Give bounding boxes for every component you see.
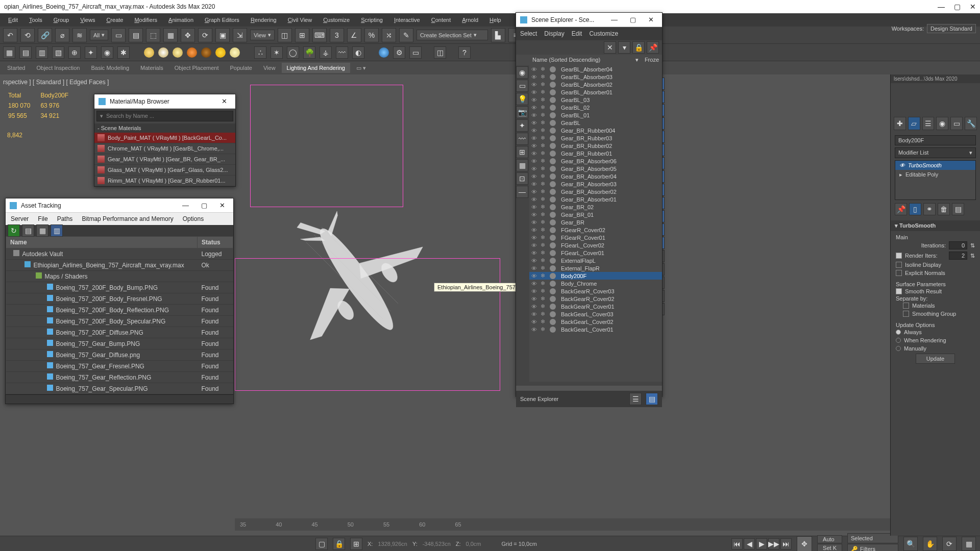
scene-object-row[interactable]: 👁❄GearBL_Absorber03 [529, 73, 662, 81]
tab-object-inspection[interactable]: Object Inspection [31, 63, 85, 73]
sep-materials-checkbox[interactable] [903, 303, 909, 309]
freeze-icon[interactable]: ❄ [541, 81, 548, 88]
filter-icon[interactable]: ⊡ [516, 172, 528, 185]
scene-object-row[interactable]: 👁❄Gear_BR_Absorber03 [529, 180, 662, 188]
visibility-icon[interactable]: 👁 [531, 173, 538, 180]
list-view-icon[interactable]: ▦ [36, 224, 48, 237]
tab-materials[interactable]: Materials [135, 63, 168, 73]
freeze-icon[interactable]: ❄ [541, 96, 548, 103]
menu-create[interactable]: Create [101, 15, 128, 25]
freeze-icon[interactable]: ❄ [541, 265, 548, 271]
clear-search-icon[interactable]: ✕ [604, 41, 616, 54]
select-by-name-icon[interactable]: ▤ [129, 28, 143, 42]
visibility-icon[interactable]: 👁 [531, 212, 538, 218]
asset-row[interactable]: Boeing_757_200F_Body_Bump.PNGFound [6, 282, 233, 293]
named-selection[interactable]: Create Selection Set ▾ [416, 30, 488, 40]
tab-populate[interactable]: Populate [225, 63, 257, 73]
make-unique-icon[interactable]: ⚭ [923, 203, 936, 215]
scene-object-row[interactable]: 👁❄GearBL_Absorber01 [529, 88, 662, 96]
snap-toggle-icon[interactable]: 3 [330, 28, 344, 42]
scene-object-row[interactable]: 👁❄Body200F [529, 272, 662, 280]
tab-object-placement[interactable]: Object Placement [169, 63, 224, 73]
visibility-icon[interactable]: 👁 [531, 258, 538, 264]
tool-icon[interactable]: ▥ [36, 46, 48, 59]
visibility-icon[interactable]: 👁 [531, 242, 538, 248]
manip-icon[interactable]: ⊞ [295, 28, 309, 42]
modify-tab-icon[interactable]: ▱ [908, 117, 920, 130]
at-menu-file[interactable]: File [38, 215, 47, 222]
orbit-icon[interactable]: ⟳ [942, 537, 957, 551]
menu-modifiers[interactable]: Modifiers [129, 15, 162, 25]
pivot-icon[interactable]: ◫ [278, 28, 292, 42]
material-row[interactable]: Body_Paint_MAT ( VRayMtl ) [BackGearL_Co… [94, 133, 235, 143]
visibility-icon[interactable]: 👁 [531, 327, 538, 333]
at-menu-options[interactable]: Options [183, 215, 204, 222]
at-menu-server[interactable]: Server [11, 215, 29, 222]
freeze-icon[interactable]: ❄ [541, 66, 548, 72]
mirror-icon[interactable]: ▙ [491, 28, 505, 42]
rotate-icon[interactable]: ⟳ [198, 28, 212, 42]
freeze-icon[interactable]: ❄ [541, 142, 548, 149]
tool-icon[interactable]: ▧ [52, 46, 64, 59]
asset-row[interactable]: Boeing_757_Gear_Specular.PNGFound [6, 383, 233, 394]
visibility-icon[interactable]: 👁 [531, 227, 538, 233]
asset-row[interactable]: Boeing_757_Gear_Bump.PNGFound [6, 338, 233, 349]
asset-row[interactable]: Boeing_757_Gear_Fresnel.PNGFound [6, 361, 233, 372]
freeze-icon[interactable]: ❄ [541, 311, 548, 317]
scene-object-row[interactable]: 👁❄FGearR_Cover01 [529, 234, 662, 241]
tool-icon[interactable]: ✱ [117, 46, 130, 59]
maximize-vp-icon[interactable]: ▦ [962, 537, 976, 551]
particle-icon[interactable]: ◯ [287, 46, 299, 59]
freeze-icon[interactable]: ❄ [541, 272, 548, 279]
object-name-field[interactable]: Body200F [895, 135, 976, 145]
asset-row[interactable]: Boeing_757_200F_Body_Specular.PNGFound [6, 316, 233, 327]
at-menu-bitmap-performance-and-memory[interactable]: Bitmap Performance and Memory [82, 215, 173, 222]
goto-end-icon[interactable]: ⏭ [780, 538, 792, 549]
rollout-header[interactable]: ▾ TurboSmooth [891, 220, 980, 231]
update-render-radio[interactable] [896, 338, 901, 343]
goto-start-icon[interactable]: ⏮ [731, 538, 743, 549]
grass-icon[interactable]: ⚶ [320, 46, 332, 59]
workspace-value[interactable]: Design Standard [927, 24, 976, 33]
selection-filter[interactable]: All ▾ [90, 30, 108, 40]
filter-icon[interactable]: 〰 [516, 133, 528, 145]
timeline[interactable]: 35404550556065 [235, 518, 980, 531]
create-tab-icon[interactable]: ✚ [894, 117, 906, 130]
close-icon[interactable]: ✕ [215, 202, 229, 209]
scene-object-row[interactable]: 👁❄GearBL_03 [529, 96, 662, 104]
placement-icon[interactable]: ⇲ [233, 28, 247, 42]
menu-scripting[interactable]: Scripting [356, 15, 388, 25]
menu-views[interactable]: Views [75, 15, 100, 25]
asset-table[interactable]: Name Status Autodesk VaultLoggedEthiopia… [6, 236, 233, 394]
visibility-icon[interactable]: 👁 [531, 66, 538, 72]
remove-modifier-icon[interactable]: 🗑 [938, 203, 950, 215]
menu-group[interactable]: Group [48, 15, 75, 25]
maximize-icon[interactable]: ▢ [954, 3, 961, 11]
menu-graph-editors[interactable]: Graph Editors [200, 15, 244, 25]
filter-icon[interactable]: — [516, 186, 528, 198]
freeze-icon[interactable]: ❄ [541, 127, 548, 134]
visibility-icon[interactable]: 👁 [531, 296, 538, 302]
spinner-arrows-icon[interactable]: ⇅ [970, 242, 975, 249]
key-filters-button[interactable]: 🔑 Filters [847, 544, 898, 552]
coord-y[interactable]: -348,523cn [423, 541, 451, 547]
modifier-row[interactable]: ▸ Editable Poly [895, 170, 975, 180]
material-group-header[interactable]: - Scene Materials [94, 123, 235, 133]
isolate-icon[interactable]: ▢ [315, 538, 328, 550]
sep-smoothing-checkbox[interactable] [903, 311, 909, 317]
auto-key-button[interactable]: Auto [817, 535, 842, 543]
visibility-icon[interactable]: 👁 [531, 128, 538, 134]
light-orb-icon[interactable] [230, 47, 240, 58]
scene-object-row[interactable]: 👁❄FGearR_Cover02 [529, 226, 662, 234]
visibility-icon[interactable]: 👁 [531, 105, 538, 111]
se-menu-select[interactable]: Select [520, 30, 537, 37]
visibility-icon[interactable]: 👁 [531, 135, 538, 141]
freeze-icon[interactable]: ❄ [541, 89, 548, 95]
selection-lock-icon[interactable]: ⊞ [350, 538, 362, 550]
scene-object-row[interactable]: 👁❄Gear_BR_Rubber03 [529, 134, 662, 142]
render-iters-spinner[interactable]: 2 [949, 252, 967, 260]
visibility-icon[interactable]: 👁 [531, 166, 538, 172]
render-setup-icon[interactable]: ⚙ [393, 46, 405, 59]
pin-stack-icon[interactable]: 📌 [895, 203, 907, 215]
modifier-stack[interactable]: 👁 TurboSmooth▸ Editable Poly [895, 160, 976, 200]
